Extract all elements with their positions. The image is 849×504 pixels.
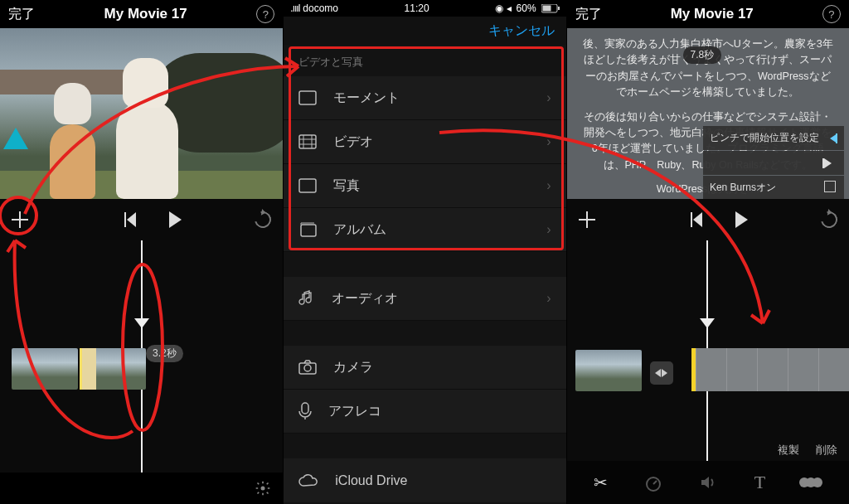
camera-icon	[298, 360, 317, 375]
transition-icon[interactable]	[650, 361, 673, 385]
clip-time-chip: 7.8秒	[683, 46, 722, 64]
row-camera[interactable]: カメラ	[284, 346, 565, 390]
project-title: My Movie 17	[104, 6, 187, 22]
done-button[interactable]: 完了	[8, 6, 35, 23]
edit-labels: 複製 削除	[778, 443, 837, 458]
svg-point-0	[261, 487, 265, 491]
row-albums[interactable]: アルバム ›	[284, 208, 565, 252]
header-bar: 完了 My Movie 17 ?	[567, 0, 849, 28]
play-button[interactable]	[169, 211, 182, 228]
chevron-right-icon: ›	[546, 222, 551, 237]
ken-burns-toggle[interactable]: Ken Burnsオン	[703, 176, 844, 199]
cloud-icon	[298, 474, 318, 487]
audio-icon	[298, 290, 315, 307]
moments-icon	[298, 90, 317, 105]
location-icon: ◉ ◂	[495, 2, 511, 14]
text-icon[interactable]: T	[754, 472, 765, 493]
ken-burns-popup: ピンチで開始位置を設定 Ken Burnsオン	[703, 126, 844, 199]
capture-list: カメラ アフレコ	[284, 346, 565, 434]
clip[interactable]	[12, 348, 78, 390]
undo-button[interactable]	[817, 208, 840, 230]
svg-rect-3	[558, 7, 560, 10]
row-label: オーディオ	[332, 290, 398, 308]
screen-editor-right: 完了 My Movie 17 ? 後、実家のある人力集白枠市へUターン。農家を3…	[566, 0, 849, 504]
clip-strip	[12, 348, 146, 390]
picker-header: キャンセル	[284, 17, 565, 45]
clip-text[interactable]	[691, 348, 849, 391]
svg-rect-14	[302, 403, 308, 414]
battery-icon	[541, 4, 560, 13]
row-label: Ken Burnsオン	[710, 180, 776, 196]
chevron-right-icon: ›	[546, 134, 551, 149]
clip[interactable]	[80, 348, 146, 390]
media-source-list: モーメント › ビデオ › 写真 › アルバム ›	[284, 76, 565, 252]
speed-icon[interactable]	[644, 473, 662, 492]
mic-icon	[298, 402, 312, 420]
svg-rect-4	[299, 91, 316, 104]
signal-icon: .ıııl	[290, 2, 299, 14]
prev-frame-button[interactable]	[693, 212, 702, 227]
settings-icon[interactable]	[255, 480, 271, 497]
row-photos[interactable]: 写真 ›	[284, 164, 565, 208]
cancel-button[interactable]: キャンセル	[488, 22, 555, 40]
edit-toolbar: ✂ T	[567, 461, 849, 504]
svg-rect-11	[301, 225, 316, 236]
timeline[interactable]: 3.2秒	[0, 240, 283, 504]
prev-frame-button[interactable]	[127, 212, 136, 227]
timeline[interactable]: 複製 削除 ✂ T	[567, 240, 849, 504]
other-source-list: オーディオ ›	[284, 277, 565, 321]
svg-rect-10	[299, 179, 316, 192]
cloud-list: iCloud Drive	[284, 458, 565, 502]
photos-icon	[298, 178, 317, 193]
transport-controls	[567, 199, 849, 240]
play-button[interactable]	[735, 211, 748, 228]
duplicate-button[interactable]: 複製	[778, 443, 799, 458]
project-title: My Movie 17	[671, 6, 754, 22]
chevron-right-icon: ›	[546, 178, 551, 193]
done-button[interactable]: 完了	[575, 6, 602, 23]
clock: 11:20	[405, 2, 429, 14]
row-label: ピンチで開始位置を設定	[710, 130, 819, 146]
delete-button[interactable]: 削除	[816, 443, 837, 458]
bottom-bar	[0, 472, 283, 504]
row-label: アフレコ	[328, 403, 381, 420]
clip[interactable]	[575, 350, 642, 391]
add-media-button[interactable]	[12, 211, 28, 228]
filters-icon[interactable]	[803, 477, 822, 487]
help-icon[interactable]: ?	[256, 5, 274, 23]
video-icon	[298, 134, 317, 149]
add-media-button[interactable]	[579, 211, 595, 228]
albums-icon	[298, 222, 317, 237]
status-bar: .ıııl docomo 11:20 ◉ ◂ 60%	[284, 0, 565, 17]
svg-point-13	[304, 365, 311, 371]
help-icon[interactable]: ?	[822, 5, 841, 23]
chevron-right-icon: ›	[546, 291, 551, 306]
chevron-right-icon: ›	[546, 90, 551, 105]
row-icloud[interactable]: iCloud Drive	[284, 458, 565, 502]
row-video[interactable]: ビデオ ›	[284, 120, 565, 164]
header-bar: 完了 My Movie 17 ?	[0, 0, 283, 28]
pinch-start-row[interactable]: ピンチで開始位置を設定	[703, 126, 844, 150]
row-label: iCloud Drive	[335, 473, 407, 488]
row-label: アルバム	[333, 221, 386, 239]
scissors-icon[interactable]: ✂	[594, 472, 608, 492]
volume-icon[interactable]	[699, 473, 717, 492]
section-label: ビデオと写真	[284, 45, 565, 76]
carrier-label: docomo	[303, 2, 338, 14]
screen-media-picker: .ıııl docomo 11:20 ◉ ◂ 60% キャンセル ビデオと写真 …	[283, 0, 565, 504]
pinch-end-row[interactable]	[703, 151, 844, 175]
battery-label: 60%	[517, 2, 536, 14]
duration-bubble: 3.2秒	[146, 345, 183, 362]
screen-editor-left: 完了 My Movie 17 ? 3.2秒	[0, 0, 283, 504]
undo-button[interactable]	[252, 208, 274, 230]
svg-rect-2	[542, 5, 551, 11]
video-preview[interactable]: 後、実家のある人力集白枠市へUターン。農家を3年ほどした後考えが甘くうまくやって…	[567, 28, 849, 199]
row-audio[interactable]: オーディオ ›	[284, 277, 565, 321]
row-voiceover[interactable]: アフレコ	[284, 390, 565, 434]
svg-rect-5	[299, 135, 316, 148]
video-preview[interactable]	[0, 28, 283, 199]
row-label: 写真	[333, 177, 360, 195]
row-label: ビデオ	[333, 133, 373, 151]
row-moments[interactable]: モーメント ›	[284, 76, 565, 120]
row-label: モーメント	[333, 90, 400, 107]
